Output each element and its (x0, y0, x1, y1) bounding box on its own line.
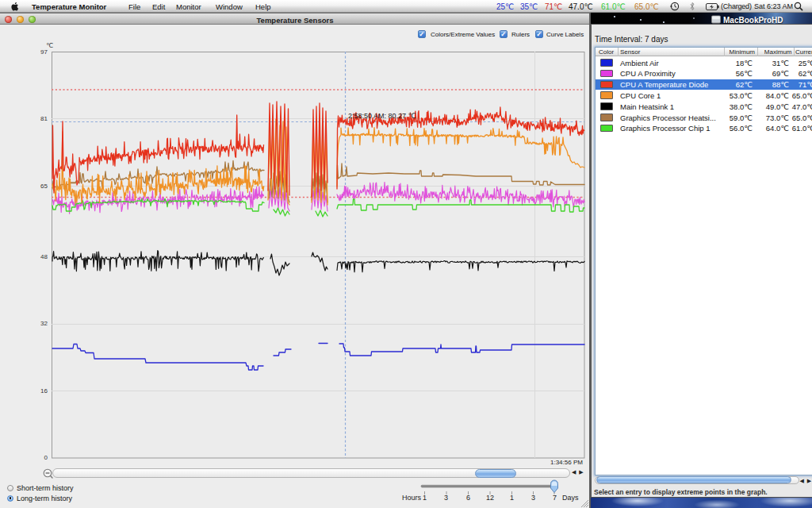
svg-text:2:58:50 AM: 80.27 ℃: 2:58:50 AM: 80.27 ℃ (348, 112, 416, 120)
